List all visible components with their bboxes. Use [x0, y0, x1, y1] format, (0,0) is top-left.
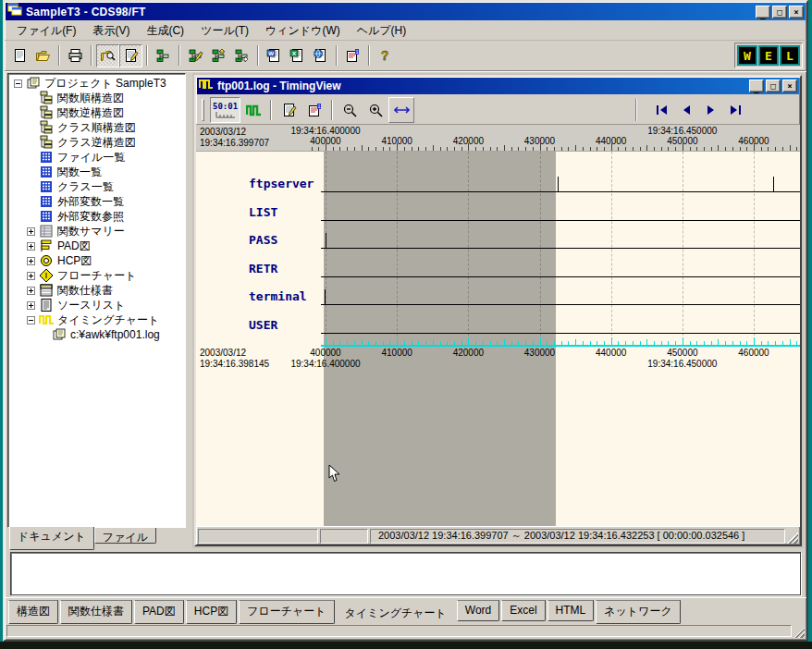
tree-item[interactable]: ファイル一覧 — [8, 150, 185, 165]
tree-item[interactable]: ソースリスト — [8, 298, 185, 312]
minimize-button[interactable]: _ — [756, 6, 770, 18]
interval-button[interactable]: 50:01 — [210, 97, 240, 123]
excel-export-icon[interactable]: X — [286, 44, 309, 67]
nav-prev-icon[interactable] — [674, 99, 698, 121]
close-button[interactable]: × — [789, 6, 804, 18]
signal-trace[interactable] — [321, 248, 800, 249]
signal-trace[interactable] — [321, 191, 800, 192]
expand-icon[interactable] — [27, 301, 35, 310]
menu-item-4[interactable]: ウィンドウ(W) — [257, 21, 349, 41]
expand-icon[interactable] — [27, 242, 35, 251]
timing-close-button[interactable]: × — [782, 80, 797, 92]
tree-item[interactable]: 外部変数参照 — [8, 209, 185, 224]
structure-reverse-icon[interactable] — [230, 44, 253, 67]
doc-tab-4[interactable]: フローチャート — [239, 600, 334, 624]
tree-item[interactable]: クラス逆構造図 — [8, 135, 185, 150]
tree-item[interactable]: HCP図 — [8, 253, 185, 268]
tree-item[interactable]: PAD図 — [8, 239, 185, 253]
title-bar[interactable]: SampleT3 - CDS98/FT _ □ × — [6, 3, 806, 20]
browse-document-icon[interactable] — [96, 44, 119, 67]
doc-tab-8[interactable]: HTML — [547, 600, 595, 621]
zoom-out-icon[interactable] — [337, 97, 363, 123]
resize-grip-icon[interactable] — [787, 533, 798, 544]
menu-item-3[interactable]: ツール(T) — [192, 21, 257, 41]
nav-first-icon[interactable] — [650, 99, 674, 121]
expand-icon[interactable] — [27, 272, 35, 280]
collapse-icon[interactable] — [14, 80, 22, 88]
expand-icon[interactable] — [27, 287, 35, 295]
output-panel[interactable] — [10, 552, 801, 595]
tree-item[interactable]: 関数一覧 — [8, 165, 185, 179]
help-icon[interactable]: ? — [374, 44, 397, 67]
timing-minimize-button[interactable]: _ — [749, 80, 764, 92]
toolbar-grip[interactable] — [202, 99, 204, 121]
launcher-w-icon[interactable]: W — [737, 45, 757, 66]
signal-trace[interactable] — [321, 276, 800, 277]
tree-item[interactable]: 関数サマリー — [8, 224, 185, 239]
collapse-icon[interactable] — [27, 316, 35, 324]
menu-item-2[interactable]: 生成(C) — [138, 21, 192, 41]
cursor-time-ruler[interactable] — [321, 345, 800, 347]
timing-maximize-button[interactable]: □ — [766, 80, 781, 92]
panel-splitter[interactable] — [186, 73, 192, 548]
html-export-icon[interactable] — [309, 44, 332, 67]
signal-trace[interactable] — [321, 304, 800, 305]
print-icon[interactable] — [64, 44, 87, 67]
signal-trace[interactable] — [321, 333, 800, 334]
tree-item[interactable]: 関数順構造図 — [8, 91, 185, 105]
project-tree[interactable]: プロジェクト SampleT3関数順構造図関数逆構造図クラス順構造図クラス逆構造… — [7, 73, 186, 528]
toolbar-separator — [336, 45, 338, 66]
top-time-ruler[interactable]: 2003/03/12 19:34:16.399707 19:34:16.4000… — [196, 125, 800, 152]
open-folder-icon[interactable] — [31, 44, 55, 67]
cursor-ruler-tick-icon — [547, 341, 547, 345]
launcher-e-icon[interactable]: E — [758, 45, 779, 66]
doc-tab-3[interactable]: HCP図 — [186, 600, 237, 624]
expand-icon[interactable] — [27, 227, 35, 236]
menu-item-5[interactable]: ヘルプ(H) — [349, 21, 415, 41]
new-document-icon[interactable] — [8, 44, 31, 67]
properties-icon[interactable]: 1 — [341, 44, 364, 67]
tree-item[interactable]: プロジェクト SampleT3 — [8, 76, 185, 91]
panel-tab-documents[interactable]: ドキュメント — [9, 527, 94, 550]
doc-tab-2[interactable]: PAD図 — [134, 600, 184, 624]
zoom-in-icon[interactable] — [363, 97, 388, 123]
tree-item[interactable]: フローチャート — [8, 268, 185, 283]
structure-chart-icon[interactable] — [152, 44, 175, 67]
word-export-icon[interactable]: W — [263, 44, 286, 67]
tree-item[interactable]: 外部変数一覧 — [8, 194, 185, 209]
doc-tab-6[interactable]: Word — [457, 600, 499, 621]
launcher-l-icon[interactable]: L — [780, 45, 800, 66]
waveform-area[interactable]: ftpserverLISTPASSRETRterminalUSER4000004… — [196, 152, 800, 526]
properties-icon[interactable]: 1 — [301, 97, 327, 123]
tree-item[interactable]: c:¥awk¥ftp001.log — [8, 327, 185, 342]
doc-tab-0[interactable]: 構造図 — [8, 600, 58, 624]
tree-item[interactable]: タイミングチャート — [8, 312, 185, 327]
tree-item[interactable]: クラス一覧 — [8, 179, 185, 194]
edit-document-icon[interactable] — [119, 44, 142, 67]
menu-item-1[interactable]: 表示(V) — [84, 21, 138, 41]
nav-last-icon[interactable] — [722, 99, 746, 121]
timing-chart[interactable]: 2003/03/12 19:34:16.399707 19:34:16.4000… — [196, 125, 800, 526]
timing-view-title-bar[interactable]: ftp001.log - TimingView _ □ × — [197, 78, 799, 94]
waveform-icon[interactable] — [240, 97, 266, 123]
signal-trace[interactable] — [321, 220, 800, 221]
doc-tab-5[interactable]: タイミングチャート — [337, 600, 455, 626]
maximize-button[interactable]: □ — [772, 6, 787, 18]
tree-item[interactable]: クラス順構造図 — [8, 120, 185, 135]
doc-tab-7[interactable]: Excel — [501, 600, 545, 621]
tree-item[interactable]: 関数逆構造図 — [8, 105, 185, 120]
structure-build-icon[interactable] — [207, 44, 230, 67]
window-resize-grip-icon[interactable] — [794, 627, 805, 638]
edit-document-icon[interactable] — [276, 97, 301, 123]
tree-item[interactable]: 関数仕様書 — [8, 283, 185, 298]
doc-tab-9[interactable]: ネットワーク — [596, 600, 680, 624]
nav-next-icon[interactable] — [698, 99, 722, 121]
panel-tab-files[interactable]: ファイル — [94, 528, 156, 544]
doc-tab-1[interactable]: 関数仕様書 — [60, 600, 132, 624]
cursor-ruler-tick-icon — [533, 341, 534, 345]
expand-icon[interactable] — [27, 257, 35, 265]
fit-width-icon[interactable] — [388, 97, 414, 123]
menu-item-0[interactable]: ファイル(F) — [8, 21, 84, 41]
structure-edit-icon[interactable] — [184, 44, 207, 67]
time-selection-region[interactable] — [324, 152, 556, 526]
